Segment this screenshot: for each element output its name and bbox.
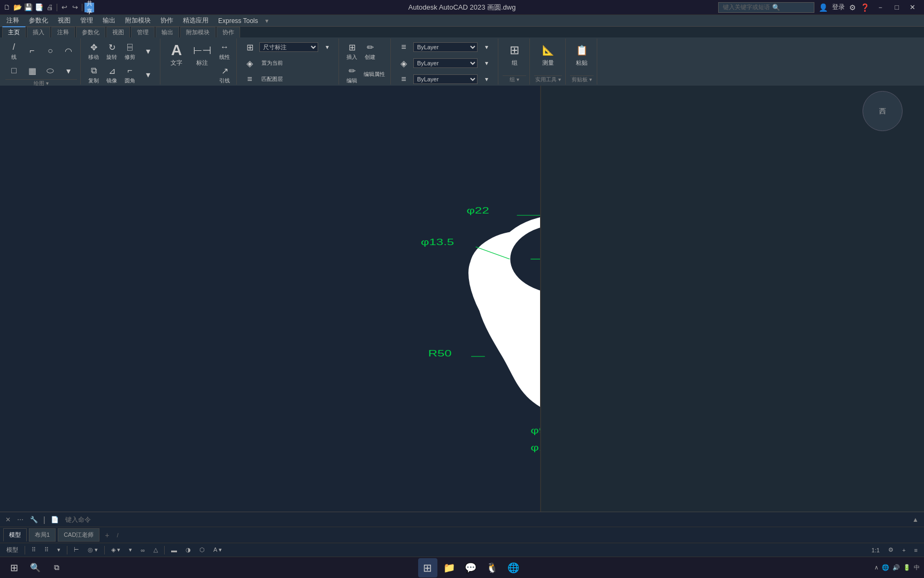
create-button[interactable]: ✏ 创建 (361, 40, 379, 62)
color-select[interactable]: ByLayer (413, 42, 478, 52)
props-button[interactable]: ◈ (395, 56, 412, 71)
windows-button[interactable]: ⊞ (418, 558, 437, 577)
login-label[interactable]: 登录 (832, 3, 845, 12)
insert-button[interactable]: ⊞ 插入 (343, 40, 360, 62)
menu-output[interactable]: 输出 (98, 15, 120, 26)
polar-button[interactable]: ◎ ▾ (84, 545, 101, 554)
qq-button[interactable]: 🐧 (482, 558, 502, 577)
aec-button[interactable]: △ (150, 545, 161, 554)
lineweight-status[interactable]: ▬ (168, 546, 180, 554)
layer-props-button[interactable]: ◈ (241, 56, 258, 71)
layer-select[interactable]: 尺寸标注 (259, 42, 318, 52)
undo-button[interactable]: ↩ (59, 3, 69, 12)
add-tab-button[interactable]: + (102, 530, 112, 541)
settings-button[interactable]: ⚙ (885, 545, 897, 554)
viewcube[interactable]: 西 (863, 91, 903, 131)
menu-addons[interactable]: 附加模块 (121, 15, 155, 26)
menu-collaborate[interactable]: 协作 (156, 15, 178, 26)
menu-overflow[interactable]: ▾ (265, 17, 268, 25)
copy-button[interactable]: ⧉ 复制 (85, 63, 102, 86)
linear-button[interactable]: ↔ 线性 (216, 40, 233, 62)
menu-parametric[interactable]: 参数化 (25, 15, 52, 26)
polyline-button[interactable]: ⌐ (24, 43, 41, 58)
cmd-options[interactable]: ⋯ (15, 516, 26, 523)
otrack-button[interactable]: ∞ (137, 546, 148, 554)
tray-icons[interactable]: ∧ (874, 564, 879, 571)
command-input[interactable] (63, 516, 908, 523)
tab-parametric[interactable]: 参数化 (76, 27, 105, 37)
volume-icon[interactable]: 🔊 (892, 564, 900, 571)
trim-button[interactable]: ⌸ 修剪 (121, 40, 138, 62)
help-icon[interactable]: ❓ (860, 3, 869, 12)
linetype-select[interactable]: ByLayer (413, 58, 478, 68)
tab-view[interactable]: 视图 (106, 27, 130, 37)
ellipse-button[interactable]: ⬭ (42, 63, 59, 78)
more-modify2[interactable]: ▾ (140, 67, 157, 82)
add-status[interactable]: + (899, 546, 908, 554)
options-icon[interactable]: ⚙ (849, 3, 856, 12)
more-modify1[interactable]: ▾ (140, 43, 157, 58)
tab-annotate[interactable]: 注释 (51, 27, 75, 37)
grid-button[interactable]: ⠿ (28, 545, 39, 554)
measure-button[interactable]: 📐 测量 (536, 40, 560, 69)
fillet-button[interactable]: ⌐ 圆角 (121, 63, 138, 86)
print-button[interactable]: 🖨 (45, 3, 55, 12)
new-button[interactable]: 🗋 (2, 3, 12, 12)
annotation-status[interactable]: A ▾ (210, 545, 225, 554)
model-status[interactable]: 模型 (3, 545, 21, 555)
tab-manage[interactable]: 管理 (131, 27, 155, 37)
menu-featured[interactable]: 精选应用 (179, 15, 213, 26)
hatch-button[interactable]: ▦ (24, 63, 41, 78)
layer-dropdown[interactable]: ▾ (319, 42, 335, 52)
battery-icon[interactable]: 🔋 (903, 564, 911, 571)
browser-button[interactable]: 🌐 (504, 558, 523, 577)
match-props-button[interactable]: ≡ (395, 40, 412, 55)
tab-addons[interactable]: 附加模块 (180, 27, 215, 37)
layer-matchlayer-button[interactable]: 匹配图层 (259, 74, 285, 84)
menu-manage[interactable]: 管理 (76, 15, 97, 26)
text-button[interactable]: A 文字 (165, 40, 188, 69)
group-button[interactable]: ⊞ 组 (503, 40, 526, 69)
3dosnap-button[interactable]: ▾ (126, 545, 135, 554)
menu-view[interactable]: 视图 (53, 15, 75, 26)
save-button[interactable]: 💾 (24, 3, 33, 12)
more-draw-button[interactable]: ▾ (60, 63, 77, 78)
edit-button[interactable]: ✏ 编辑 (343, 63, 360, 86)
cmd-wrench[interactable]: 🔧 (28, 516, 40, 523)
dimension-button[interactable]: ⊢⊣ 标注 (190, 40, 214, 69)
menu-express[interactable]: Express Tools (214, 16, 262, 26)
open-button[interactable]: 📂 (13, 3, 22, 12)
files-button[interactable]: 📁 (440, 558, 459, 577)
layer-mgr-button[interactable]: ⊞ (241, 40, 258, 55)
tab-model[interactable]: 模型 (3, 528, 27, 542)
transparency-status[interactable]: ◑ (182, 545, 194, 554)
lineweight-select[interactable]: ByLayer (413, 74, 478, 84)
cmd-chevron[interactable]: ▲ (910, 516, 921, 523)
ortho-button[interactable]: ⊢ (71, 545, 82, 554)
lineweight-dropdown[interactable]: ▾ (479, 74, 495, 84)
search-box[interactable]: 键入关键字或短语 🔍 (718, 2, 814, 13)
linetype-dropdown[interactable]: ▾ (479, 58, 495, 68)
tab-home[interactable]: 主页 (2, 26, 26, 37)
wechat-button[interactable]: 💬 (461, 558, 480, 577)
rect-button[interactable]: □ (5, 63, 22, 78)
leader-button[interactable]: ↗ 引线 (216, 63, 233, 86)
rotate-button[interactable]: ↻ 旋转 (103, 40, 120, 62)
osnap-button[interactable]: ◈ ▾ (108, 545, 124, 554)
start-button[interactable]: ⊞ (4, 558, 24, 577)
move-button[interactable]: ✥ 移动 (85, 40, 102, 62)
layer-current-button[interactable]: 置为当前 (259, 58, 285, 68)
user-icon[interactable]: 👤 (819, 3, 828, 12)
circle-button[interactable]: ○ (42, 43, 59, 58)
tab-insert[interactable]: 插入 (27, 27, 50, 37)
matchprop-button[interactable]: ≡ (395, 72, 412, 86)
drawing-canvas[interactable]: 维线框图 西 (0, 86, 924, 512)
mirror-button[interactable]: ⊿ 镜像 (103, 63, 120, 86)
close-button[interactable]: ✕ (906, 3, 919, 11)
share-button[interactable]: 共享 (84, 3, 94, 12)
maximize-button[interactable]: □ (891, 3, 902, 11)
color-dropdown[interactable]: ▾ (479, 42, 495, 52)
cmd-close[interactable]: ✕ (3, 516, 13, 523)
menu-annotation[interactable]: 注释 (2, 15, 24, 26)
tab-cad-teacher[interactable]: CAD江老师 (58, 528, 99, 542)
